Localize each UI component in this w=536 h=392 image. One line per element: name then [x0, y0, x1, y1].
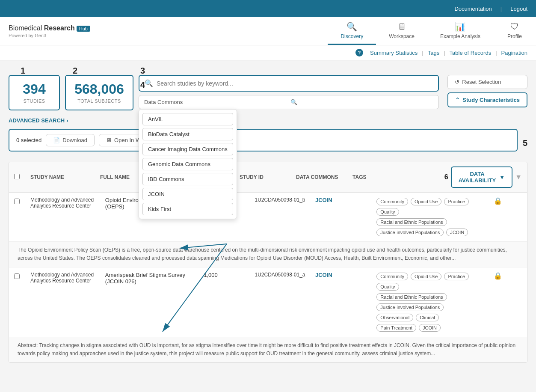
header-checkbox[interactable] [14, 174, 27, 181]
row2-checkbox[interactable] [14, 272, 27, 280]
tag-pain-2[interactable]: Pain Treatment [376, 324, 416, 332]
option-biodata[interactable]: BioData Catalyst [142, 128, 233, 140]
right-buttons: ↺ Reset Selection ⌃ Study Characteristic… [447, 75, 527, 107]
row1-data-commons: JCOIN [315, 197, 372, 203]
advanced-search-label: ADVANCED SEARCH [9, 117, 65, 124]
tag-community-2[interactable]: Community [376, 273, 408, 280]
row2-jcoin-link[interactable]: JCOIN [315, 272, 332, 278]
step-label-5: 5 [523, 139, 527, 147]
tab-example-analysis[interactable]: 📊 Example Analysis [427, 17, 493, 45]
data-availability-button[interactable]: DATAAVAILABILITY ▼ [451, 166, 513, 188]
header-study-name: STUDY NAME [30, 174, 97, 180]
filter-icon: ▼ [499, 174, 505, 181]
table-of-records-link[interactable]: Table of Records [450, 50, 492, 56]
studies-count: 394 [18, 82, 50, 97]
subjects-label: TOTAL SUBJECTS [74, 98, 124, 104]
row2-study-id: 1U2CDA050098-01_a [255, 272, 311, 278]
row1-jcoin-link[interactable]: JCOIN [315, 197, 332, 203]
row1-abstract: The Opioid Environment Policy Scan (OEPS… [9, 242, 527, 267]
discovery-icon: 🔍 [346, 21, 357, 32]
row2-check[interactable] [14, 273, 20, 279]
help-icon[interactable]: ? [355, 49, 363, 56]
row2-study-name: Methodology and Advanced Analytics Resou… [30, 272, 102, 284]
row1-checkbox[interactable] [14, 197, 27, 205]
workspace-icon: 🖥 [397, 22, 406, 32]
tag-opioid-use-2[interactable]: Opioid Use [411, 273, 441, 280]
table-row: Methodology and Advanced Analytics Resou… [9, 193, 527, 242]
tag-racial-1[interactable]: Racial and Ethnic Populations [376, 218, 447, 226]
header-tags: TAGS [352, 174, 441, 180]
tag-racial-2[interactable]: Racial and Ethnic Populations [376, 293, 447, 301]
data-commons-trigger[interactable]: Data Commons 🔍 [139, 95, 439, 109]
option-ibd[interactable]: IBD Commons [142, 173, 233, 185]
logo-badge: Hub [77, 26, 90, 32]
study-characteristics-button[interactable]: ⌃ Study Characteristics [447, 92, 527, 107]
expand-icon: ▼ [515, 173, 522, 181]
tab-discovery[interactable]: 🔍 Discovery [328, 17, 376, 45]
row2-lock-icon: 🔒 [494, 272, 502, 280]
row1-check[interactable] [14, 199, 20, 204]
tag-jcoin-2[interactable]: JCOIN [419, 324, 441, 332]
example-analysis-icon: 📊 [455, 21, 465, 32]
row2-full-name: Amerispeak Brief Stigma Survey (JCOIN 02… [105, 272, 200, 285]
tab-profile[interactable]: 🛡 Profile [493, 17, 536, 45]
tags-link[interactable]: Tags [428, 50, 439, 56]
search-area: 🔍 Data Commons 🔍 AnVIL BioData Catalyst … [139, 75, 439, 109]
top-nav-bar: Documentation | Logout [0, 0, 536, 17]
data-commons-search-icon: 🔍 [290, 99, 433, 105]
stats-search-row: 1 2 3 394 STUDIES 568,006 TOTAL SUBJECTS… [9, 67, 527, 110]
option-genomic[interactable]: Genomic Data Commons [142, 158, 233, 170]
tag-opioid-use-1[interactable]: Opioid Use [411, 198, 441, 205]
table-row: Methodology and Advanced Analytics Resou… [9, 267, 527, 337]
tag-clinical-2[interactable]: Clinical [416, 314, 438, 321]
tag-practice-2[interactable]: Practice [444, 273, 469, 280]
tag-community-1[interactable]: Community [376, 198, 408, 205]
row1-tags: Community Opioid Use Practice Quality Ra… [376, 197, 471, 237]
studies-stat-box: 394 STUDIES [9, 75, 60, 110]
tag-quality-2[interactable]: Quality [376, 283, 399, 291]
study-characteristics-label: Study Characteristics [462, 97, 520, 103]
reset-selection-button[interactable]: ↺ Reset Selection [447, 75, 527, 89]
option-anvil[interactable]: AnVIL [142, 113, 233, 125]
select-all-checkbox[interactable] [14, 174, 20, 179]
download-label: Download [62, 137, 87, 143]
row2-availability: 🔒 [474, 272, 522, 280]
option-kids-first[interactable]: Kids First [142, 203, 233, 215]
tab-workspace[interactable]: 🖥 Workspace [376, 17, 427, 45]
advanced-search-row: ADVANCED SEARCH › [9, 117, 527, 124]
selected-count: 0 selected [16, 137, 41, 143]
tab-profile-label: Profile [507, 33, 522, 39]
sep1: | [422, 50, 423, 56]
main-content: 1 2 3 394 STUDIES 568,006 TOTAL SUBJECTS… [0, 60, 536, 370]
advanced-search-button[interactable]: ADVANCED SEARCH › [9, 117, 68, 124]
tag-practice-1[interactable]: Practice [444, 198, 469, 205]
secondary-nav: ? Summary Statistics | Tags | Table of R… [0, 45, 536, 60]
summary-statistics-link[interactable]: Summary Statistics [370, 50, 418, 56]
subjects-stat-box: 568,006 TOTAL SUBJECTS [65, 75, 133, 110]
option-jcoin[interactable]: JCOIN [142, 188, 233, 200]
row2-tags: Community Opioid Use Practice Quality Ra… [376, 272, 471, 333]
logout-link[interactable]: Logout [510, 6, 527, 12]
data-commons-dropdown[interactable]: Data Commons 🔍 AnVIL BioData Catalyst Ca… [139, 95, 439, 109]
keyword-search-bar[interactable]: 🔍 [139, 75, 439, 92]
pagination-link[interactable]: Pagination [501, 50, 527, 56]
data-availability-label: DATAAVAILABILITY [459, 171, 496, 184]
row2-subjects: 1,000 [204, 272, 251, 278]
tag-justice-1[interactable]: Justice-involved Populations [376, 229, 444, 236]
tab-workspace-label: Workspace [389, 33, 415, 39]
tag-justice-2[interactable]: Justice-involved Populations [376, 303, 444, 311]
tag-observational-2[interactable]: Observational [376, 314, 413, 321]
header-study-id: STUDY ID [240, 174, 293, 180]
tag-quality-1[interactable]: Quality [376, 208, 399, 216]
keyword-search-input[interactable] [157, 80, 433, 87]
open-workspace-icon: 🖥 [106, 137, 112, 143]
tab-example-analysis-label: Example Analysis [440, 33, 480, 39]
row2-abstract: Abstract: Tracking changes in stigma ass… [9, 337, 527, 362]
option-cancer[interactable]: Cancer Imaging Data Commons [142, 143, 233, 155]
download-button[interactable]: 📄 Download [46, 134, 95, 146]
header: Biomedical ResearchHub Powered by Gen3 🔍… [0, 17, 536, 45]
data-commons-menu: AnVIL BioData Catalyst Cancer Imaging Da… [139, 109, 237, 219]
row2-data-commons: JCOIN [315, 272, 372, 278]
documentation-link[interactable]: Documentation [454, 6, 492, 12]
tag-jcoin-1[interactable]: JCOIN [446, 229, 468, 236]
